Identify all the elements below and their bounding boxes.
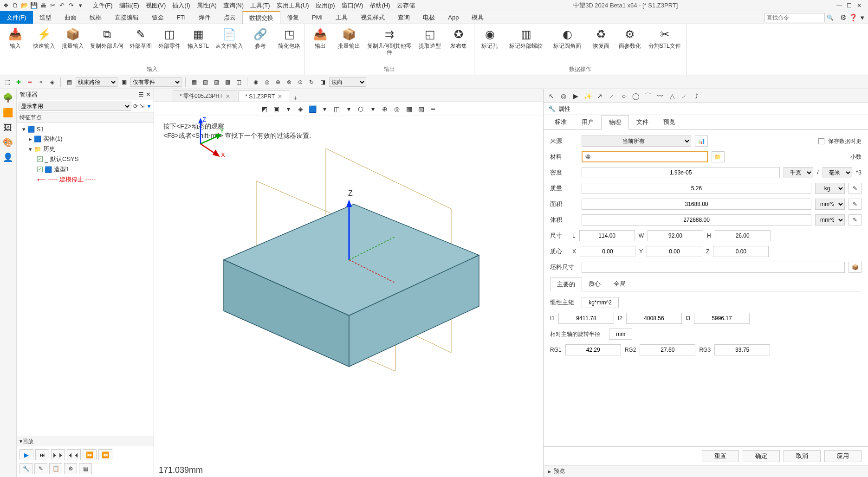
vt-icon[interactable]: ◫ bbox=[331, 104, 342, 114]
refresh-icon[interactable]: ⟳ bbox=[133, 103, 138, 110]
vt-icon[interactable]: ⊕ bbox=[380, 104, 390, 114]
funnel-icon[interactable]: ▼ bbox=[146, 103, 152, 110]
ptab-physics[interactable]: 物理 bbox=[601, 115, 629, 130]
material-icon[interactable]: 🎨 bbox=[2, 136, 14, 148]
ptab-preview[interactable]: 预览 bbox=[656, 115, 683, 129]
density-unit1[interactable]: 千克 bbox=[784, 167, 813, 178]
close-tab-icon[interactable]: ✕ bbox=[278, 93, 282, 100]
blank-value[interactable] bbox=[582, 262, 845, 273]
step-end-button[interactable]: ⏭ bbox=[35, 449, 49, 460]
plus-icon[interactable]: ✚ bbox=[14, 77, 23, 87]
tree-root[interactable]: ▾ 🟦 S1 bbox=[19, 125, 152, 134]
t2-icon[interactable]: ▨ bbox=[212, 77, 221, 87]
display-filter[interactable]: 显示常用 bbox=[19, 102, 131, 111]
cmd-import-stl[interactable]: ▦输入STL bbox=[187, 27, 210, 64]
ribbon-tab-visual[interactable]: 视觉样式 bbox=[354, 11, 391, 24]
size-l-value[interactable] bbox=[579, 230, 635, 241]
expand-icon[interactable]: ⇲ bbox=[140, 103, 144, 110]
cmd-restore-face[interactable]: ♻恢复面 bbox=[589, 27, 613, 64]
filter-icon[interactable]: ▤ bbox=[65, 77, 74, 87]
ribbon-tab-weld[interactable]: 焊件 bbox=[192, 11, 217, 24]
close-tab-icon[interactable]: ✕ bbox=[226, 93, 230, 100]
volume-unit[interactable]: mm^3 bbox=[815, 214, 845, 226]
vt-icon[interactable]: ◎ bbox=[392, 104, 402, 114]
menu-insert[interactable]: 插入(I) bbox=[172, 1, 190, 10]
vt-icon[interactable]: ▾ bbox=[343, 104, 354, 114]
cmd-copy-ext-geo[interactable]: ⧉复制外部几何 bbox=[90, 27, 123, 64]
menu-app[interactable]: 应用(p) bbox=[316, 1, 335, 10]
ribbon-tab-electrode[interactable]: 电极 bbox=[416, 11, 441, 24]
close-panel-icon[interactable]: ✕ bbox=[146, 91, 151, 98]
ribbon-tab-app[interactable]: App bbox=[441, 11, 465, 24]
i2-value[interactable] bbox=[626, 313, 682, 324]
rt-icon[interactable]: 〰 bbox=[655, 91, 665, 101]
rt-icon[interactable]: △ bbox=[667, 91, 677, 101]
tool5-button[interactable]: ▦ bbox=[79, 463, 92, 474]
vt-icon[interactable]: ◈ bbox=[295, 104, 305, 114]
t2-icon[interactable]: ▩ bbox=[223, 77, 232, 87]
cut-icon[interactable]: ✂ bbox=[48, 1, 57, 10]
save-icon[interactable]: 💾 bbox=[30, 1, 38, 10]
cmd-mark-thread[interactable]: ▥标记外部螺纹 bbox=[507, 27, 545, 64]
size-w-value[interactable] bbox=[648, 230, 703, 241]
area-unit[interactable]: mm^2 bbox=[815, 199, 845, 210]
layer-icon[interactable]: 🟧 bbox=[2, 107, 14, 119]
i3-value[interactable] bbox=[694, 313, 750, 324]
t2-icon[interactable]: ◨ bbox=[318, 77, 327, 87]
material-browse-button[interactable]: 📁 bbox=[712, 151, 725, 162]
menu-tools[interactable]: 工具(T) bbox=[250, 1, 270, 10]
cmd-split-stl[interactable]: ✂分割STL文件 bbox=[647, 27, 682, 64]
ok-button[interactable]: 确定 bbox=[743, 450, 780, 462]
rt-icon[interactable]: ⤴ bbox=[691, 91, 701, 101]
t2-icon[interactable]: ▧ bbox=[201, 77, 210, 87]
cmd-mark-hole[interactable]: ◉标记孔 bbox=[478, 27, 501, 64]
cube-icon[interactable]: ◈ bbox=[47, 77, 57, 87]
ribbon-tab-wire[interactable]: 线框 bbox=[83, 11, 108, 24]
mass-value[interactable] bbox=[582, 183, 811, 194]
cmd-batch-import[interactable]: 📦批量输入 bbox=[61, 27, 84, 64]
cmd-face-param[interactable]: ⚙面参数化 bbox=[618, 27, 641, 64]
tree-csys[interactable]: ✓ ⎯ 默认CSYS bbox=[19, 154, 152, 164]
cmd-import[interactable]: 📥输入 bbox=[4, 27, 27, 64]
area-edit-button[interactable]: ✎ bbox=[849, 199, 862, 210]
print-icon[interactable]: 🖶 bbox=[39, 1, 47, 10]
blank-calc-button[interactable]: 📦 bbox=[849, 262, 862, 273]
vt-icon[interactable]: 🟦 bbox=[307, 104, 317, 114]
rt-icon[interactable]: ⌒ bbox=[643, 91, 653, 101]
ribbon-tab-mold[interactable]: 模具 bbox=[465, 11, 490, 24]
vt-icon[interactable]: ▣ bbox=[271, 104, 281, 114]
select-icon[interactable]: ⬚ bbox=[3, 77, 12, 87]
app-icon[interactable]: ❖ bbox=[2, 1, 10, 10]
search-icon[interactable]: 🔍 bbox=[827, 14, 834, 21]
t2-icon[interactable]: ↻ bbox=[307, 77, 316, 87]
rg3-value[interactable] bbox=[714, 344, 770, 355]
ribbon-tab-sheet[interactable]: 钣金 bbox=[145, 11, 170, 24]
t2-icon[interactable]: ⊙ bbox=[296, 77, 305, 87]
size-h-value[interactable] bbox=[715, 230, 771, 241]
mass-unit[interactable]: kg bbox=[815, 183, 845, 194]
rt-icon[interactable]: ◯ bbox=[631, 91, 641, 101]
tool4-button[interactable]: ⚙ bbox=[64, 463, 77, 474]
t2-icon[interactable]: ⊗ bbox=[285, 77, 294, 87]
help-icon[interactable]: ❓ bbox=[849, 13, 858, 22]
density-unit2[interactable]: 毫米 bbox=[823, 167, 852, 178]
rewind-button[interactable]: ⏪ bbox=[98, 449, 112, 460]
chevron-down-icon[interactable]: ▾ bbox=[861, 13, 864, 22]
t2-icon[interactable]: ⊕ bbox=[273, 77, 283, 87]
ribbon-tab-pcloud[interactable]: 点云 bbox=[217, 11, 242, 24]
inertia-unit[interactable] bbox=[582, 297, 619, 308]
new-icon[interactable]: 🗋 bbox=[11, 1, 19, 10]
ptab-standard[interactable]: 标准 bbox=[547, 115, 574, 129]
t2-icon[interactable]: ◉ bbox=[251, 77, 260, 87]
t2-icon[interactable]: ▦ bbox=[189, 77, 199, 87]
rt-icon[interactable]: ○ bbox=[619, 91, 629, 101]
rt-icon[interactable]: ◎ bbox=[558, 91, 569, 101]
menu-help[interactable]: 帮助(H) bbox=[369, 1, 390, 10]
centroid-z-value[interactable] bbox=[713, 246, 769, 257]
menu-file[interactable]: 文件(F) bbox=[93, 1, 113, 10]
cmd-quick-import[interactable]: ⚡快速输入 bbox=[32, 27, 56, 64]
step-fwd-button[interactable]: ⏵⏵ bbox=[51, 449, 65, 460]
centroid-x-value[interactable] bbox=[580, 246, 635, 257]
cmd-export[interactable]: 📤输出 bbox=[309, 27, 332, 64]
qat-more-icon[interactable]: ▾ bbox=[76, 1, 84, 10]
